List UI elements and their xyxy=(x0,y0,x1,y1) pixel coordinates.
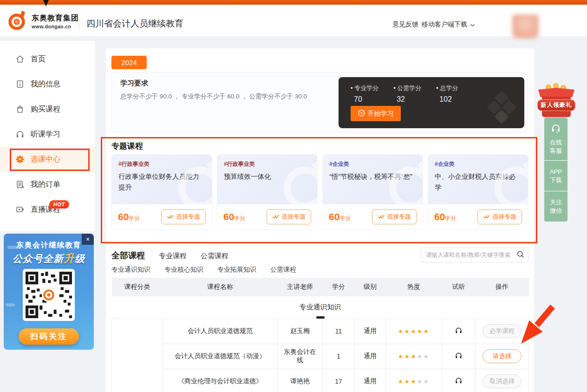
sidebar-item-my-info[interactable]: 我的信息 xyxy=(0,72,95,97)
credits: 17 xyxy=(323,369,355,392)
course-tabs: 全部课程 专业课程 公需课程 xyxy=(111,250,228,261)
topic-credits: 60学分 xyxy=(329,211,351,222)
brand-domain: www.dongao.cn xyxy=(32,24,79,29)
required-course-button[interactable]: 必学课程 xyxy=(483,324,522,338)
teacher: 赵玉梅 xyxy=(278,319,323,344)
sidebar: 首页 我的信息 购买课程 听课学习 选课中心 xyxy=(0,41,95,231)
top-orange-bar xyxy=(0,0,587,5)
app-download-button[interactable]: APP下载 xyxy=(544,160,567,191)
select-topic-button[interactable]: 选择专题 xyxy=(477,209,522,224)
topic-tag: #企业类 xyxy=(329,160,416,168)
sidebar-item-home[interactable]: 首页 xyxy=(0,46,95,72)
cubes-decoration xyxy=(481,91,518,126)
main-panel: 2024 学习要求 总学分不少于 90.0 ， 专业学分不少于 60.0 ， 公… xyxy=(106,48,534,392)
col-category: 课程分类 xyxy=(112,278,163,296)
sidebar-item-course-center[interactable]: 选课中心 xyxy=(0,147,95,172)
topic-credits: 60学分 xyxy=(434,211,456,222)
course-name: 会计人员职业道德规范（动漫） xyxy=(163,344,278,369)
sidebar-item-listen-study[interactable]: 听课学习 xyxy=(0,122,95,147)
tab-professional-courses[interactable]: 专业课程 xyxy=(159,252,187,261)
category-cell xyxy=(112,319,163,392)
col-teacher: 主讲老师 xyxy=(278,278,323,296)
course-search xyxy=(421,248,528,262)
select-topic-button[interactable]: 选择专题 xyxy=(161,209,206,224)
requirements-text: 总学分不少于 90.0 ， 专业学分不少于 60.0 ， 公需学分不少于 30.… xyxy=(120,92,307,101)
gear-icon xyxy=(15,155,25,164)
sidebar-item-live-courses[interactable]: 直播课程 HOT xyxy=(0,197,95,222)
topic-card: #行政事业类 预算绩效一体化 60学分 选择专题 xyxy=(217,154,318,230)
group-row: 专业通识知识 xyxy=(112,296,529,319)
double-check-icon xyxy=(167,214,174,221)
select-topic-button[interactable]: 选择专题 xyxy=(267,209,311,224)
subtab-public-courses[interactable]: 公需课程 xyxy=(270,266,296,274)
col-audition: 试听 xyxy=(442,278,476,296)
topic-card: #企业类 “悟”节税秘诀，税筹不再“愁” 60学分 选择专题 xyxy=(322,154,423,230)
sidebar-item-buy-courses[interactable]: 购买课程 xyxy=(0,97,95,122)
please-select-button[interactable]: 请选择 xyxy=(483,349,522,363)
topic-tag: #行政事业类 xyxy=(118,160,205,168)
headphones-icon xyxy=(15,130,25,139)
search-input[interactable] xyxy=(426,252,516,258)
stat-public-credits: 公需学分 32 xyxy=(393,84,421,104)
sidebar-item-my-orders[interactable]: 我的订单 xyxy=(0,172,95,197)
download-link[interactable]: 移动客户端下载 xyxy=(422,20,475,29)
course-name: 《商业伦理与会计职业道德》 xyxy=(163,369,278,392)
follow-wechat-button[interactable]: 关注微信 xyxy=(544,191,567,222)
header-divider xyxy=(79,17,79,30)
double-check-icon xyxy=(272,214,279,221)
stat-professional-credits: 专业学分 70 xyxy=(351,84,378,104)
headset-icon xyxy=(551,123,561,136)
avatar[interactable] xyxy=(512,14,539,39)
col-course-name: 课程名称 xyxy=(163,278,278,296)
bag-icon xyxy=(15,105,25,114)
topic-card: #行政事业类 行政事业单位财务人员能力提升 60学分 选择专题 xyxy=(111,154,212,230)
double-check-icon xyxy=(378,214,385,221)
qr-promo-banner: × 东奥会计继续教育 公众号全新升级 xyxy=(4,234,94,350)
scan-follow-button[interactable]: 扫码关注 xyxy=(19,328,79,345)
audition-headphone-icon[interactable] xyxy=(455,328,463,336)
study-requirements-panel: 学习要求 总学分不少于 90.0 ， 专业学分不少于 60.0 ， 公需学分不少… xyxy=(111,72,528,133)
col-action: 操作 xyxy=(476,278,529,296)
start-study-button[interactable]: 开始学习 xyxy=(351,106,401,121)
table-row: 会计人员职业道德规范（动漫） 东奥会计在线 1 通用 ★★★★★ 请选择 xyxy=(112,344,529,369)
year-tab-2024[interactable]: 2024 xyxy=(111,56,147,69)
col-credits: 学分 xyxy=(323,278,355,296)
tab-public-courses[interactable]: 公需课程 xyxy=(201,252,228,261)
double-check-icon xyxy=(483,214,490,221)
subtab-core-knowledge[interactable]: 专业核心知识 xyxy=(164,266,203,274)
table-header-row: 课程分类 课程名称 主讲老师 学分 级别 热度 试听 操作 xyxy=(112,278,529,296)
topic-cards: #行政事业类 行政事业单位财务人员能力提升 60学分 选择专题 #行政事业类 预… xyxy=(111,154,528,230)
select-topic-button[interactable]: 选择专题 xyxy=(372,209,417,224)
floating-toolbar: 在线客服 APP下载 关注微信 xyxy=(544,118,567,222)
table-row: 会计人员职业道德规范 赵玉梅 11 通用 ★★★★★ 必学课程 xyxy=(112,319,529,344)
brand-logo-icon xyxy=(7,10,28,33)
group-label: 专业通识知识 xyxy=(300,303,341,311)
info-icon xyxy=(15,79,25,89)
level: 通用 xyxy=(355,319,386,344)
topic-tag: #企业类 xyxy=(435,160,522,168)
logo[interactable]: 东奥教育集团 www.dongao.cn xyxy=(7,10,79,33)
topic-tag: #行政事业类 xyxy=(224,160,311,168)
subtab-extended-knowledge[interactable]: 专业拓展知识 xyxy=(217,266,256,274)
subtab-general-knowledge[interactable]: 专业通识知识 xyxy=(111,266,150,274)
search-icon[interactable] xyxy=(516,250,524,260)
qr-promo-title: 东奥会计继续教育 xyxy=(4,241,94,250)
topics-section-title: 专题课程 xyxy=(111,141,143,151)
online-service-button[interactable]: 在线客服 xyxy=(544,118,567,160)
requirements-title: 学习要求 xyxy=(120,79,148,88)
credit-summary-box: 专业学分 70 公需学分 32 总学分 102 xyxy=(339,77,524,128)
cancel-select-button[interactable]: 取消选择 xyxy=(483,374,522,388)
rating-stars: ★★★★★ xyxy=(398,378,430,385)
tab-all-courses[interactable]: 全部课程 xyxy=(111,250,145,261)
newcomer-gift-banner[interactable]: 新人领豪礼 xyxy=(537,84,575,119)
group-indicator xyxy=(316,316,325,319)
rating-stars: ★★★★★ xyxy=(398,328,430,335)
qr-promo-subtitle: 公众号全新升级 xyxy=(4,251,94,266)
video-icon xyxy=(15,205,25,214)
audition-headphone-icon[interactable] xyxy=(455,379,463,386)
topic-credits: 60学分 xyxy=(118,211,140,222)
feedback-link[interactable]: 意见反馈 xyxy=(392,20,418,29)
course-subtabs: 专业通识知识 专业核心知识 专业拓展知识 公需课程 xyxy=(111,266,296,274)
audition-headphone-icon[interactable] xyxy=(455,353,463,361)
play-icon xyxy=(358,110,365,118)
